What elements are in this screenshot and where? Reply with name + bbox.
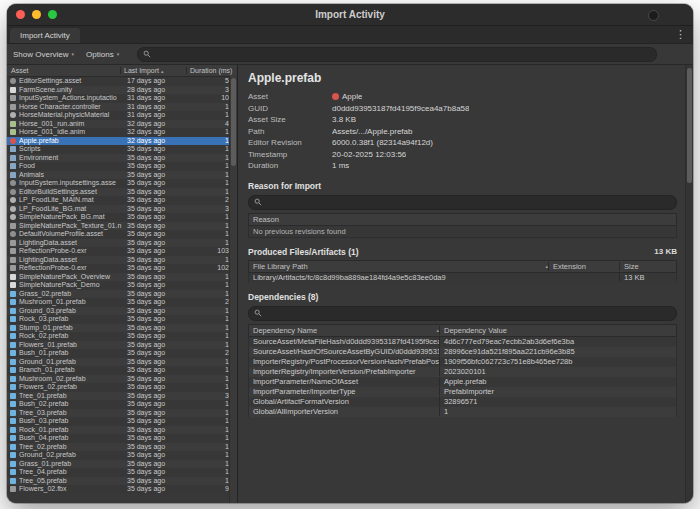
table-row[interactable]: Horse_001_run.anim 32 days ago 4 [7, 120, 237, 129]
search-input[interactable] [155, 49, 651, 60]
asset-name: Flowers_01.prefab [19, 341, 127, 350]
details-scrollbar-thumb[interactable] [687, 68, 692, 183]
table-row[interactable]: InputSystem.inputsettings.asse 35 days a… [7, 179, 237, 188]
asset-last-import: 35 days ago [127, 366, 189, 375]
table-row[interactable]: Rock_03.prefab 35 days ago 1 [7, 315, 237, 324]
table-row[interactable]: Tree_05.prefab 35 days ago 1 [7, 477, 237, 486]
table-row[interactable]: Library/Artifacts/fc/8c8d99ba889ae184fd4… [248, 273, 677, 283]
table-row[interactable]: ImporterRegistry/PostProcessorVersionHas… [248, 357, 677, 367]
table-row[interactable]: ImportParameter/ImporterType PrefabImpor… [248, 387, 677, 397]
column-header-asset[interactable]: Asset [7, 67, 120, 74]
table-row[interactable]: Horse_001_idle.anim 32 days ago 1 [7, 128, 237, 137]
table-row[interactable]: FarmScene.unity 28 days ago 3 [7, 86, 237, 95]
column-header-dependency-value[interactable]: Dependency Value [439, 326, 676, 335]
table-row[interactable]: LightingData.asset 35 days ago 1 [7, 256, 237, 265]
table-row[interactable]: SimpleNaturePack_Texture_01.n 35 days ag… [7, 222, 237, 231]
zoom-window-button[interactable] [48, 10, 57, 19]
table-row[interactable]: Mushroom_01.prefab 35 days ago 2 [7, 298, 237, 307]
table-row[interactable]: Global/ArtifactFormatVersion 32896571 [248, 397, 677, 407]
table-row[interactable]: Tree_01.prefab 35 days ago 3 [7, 392, 237, 401]
asset-icon [10, 418, 16, 424]
table-row[interactable]: ReflectionProbe-0.exr 35 days ago 103 [7, 247, 237, 256]
details-scrollbar[interactable] [685, 65, 693, 503]
tab-import-activity[interactable]: Import Activity [10, 28, 80, 43]
minimize-window-button[interactable] [32, 10, 41, 19]
column-header-file-library-path[interactable]: File Library Path ▴ [249, 262, 548, 271]
detail-value-text: Assets/.../Apple.prefab [332, 127, 413, 136]
column-header-last-import[interactable]: Last Import ▴ [120, 67, 186, 74]
table-row[interactable]: Branch_01.prefab 35 days ago 1 [7, 366, 237, 375]
asset-name: HorseMaterial.physicMaterial [19, 111, 127, 120]
column-header-size[interactable]: Size [619, 262, 676, 271]
dependency-value: PrefabImporter [439, 387, 676, 396]
asset-list-scrollbar[interactable] [229, 76, 237, 503]
table-row[interactable]: Bush_01.prefab 35 days ago 2 [7, 349, 237, 358]
column-header-extension[interactable]: Extension [548, 262, 619, 271]
column-header-reason[interactable]: Reason [249, 215, 676, 224]
table-row[interactable]: ImporterRegistry/ImporterVersion/PrefabI… [248, 367, 677, 377]
asset-icon [10, 359, 16, 365]
show-overview-dropdown[interactable]: Show Overview ▾ [13, 50, 74, 59]
table-row[interactable]: Bush_02.prefab 35 days ago 1 [7, 400, 237, 409]
asset-list-scrollbar-thumb[interactable] [231, 78, 236, 166]
table-row[interactable]: Global/AllImporterVersion 1 [248, 407, 677, 417]
table-row[interactable]: EditorSettings.asset 17 days ago 5 [7, 77, 237, 86]
asset-icon [10, 248, 16, 254]
table-row[interactable]: LightingData.asset 35 days ago 1 [7, 239, 237, 248]
record-icon[interactable] [648, 10, 659, 21]
table-row[interactable]: Horse Character.controller 31 days ago 1 [7, 103, 237, 112]
table-row[interactable]: Animals 35 days ago 1 [7, 171, 237, 180]
table-row[interactable]: LP_FoodLite_BG.mat 35 days ago 3 [7, 205, 237, 214]
table-row[interactable]: SimpleNaturePack_Demo 35 days ago 1 [7, 281, 237, 290]
reason-search-input[interactable] [266, 197, 671, 208]
table-row[interactable]: Bush_03.prefab 35 days ago 1 [7, 417, 237, 426]
table-row[interactable]: Mushroom_02.prefab 35 days ago 1 [7, 375, 237, 384]
options-dropdown[interactable]: Options ▾ [86, 50, 119, 59]
table-row[interactable]: Grass_01.prefab 35 days ago 1 [7, 460, 237, 469]
asset-icon [10, 95, 16, 101]
table-row[interactable]: EditorBuildSettings.asset 35 days ago 1 [7, 188, 237, 197]
table-row[interactable]: DefaultVolumeProfile.asset 35 days ago 1 [7, 230, 237, 239]
dependencies-section-title: Dependencies (8) [248, 292, 677, 302]
close-window-button[interactable] [16, 10, 25, 19]
asset-last-import: 35 days ago [127, 273, 189, 282]
table-row[interactable]: Ground_03.prefab 35 days ago 1 [7, 307, 237, 316]
table-row[interactable]: Flowers_02.fbx 35 days ago 9 [7, 485, 237, 494]
table-row[interactable]: Tree_02.prefab 35 days ago 1 [7, 443, 237, 452]
asset-name: ReflectionProbe-0.exr [19, 247, 127, 256]
table-row[interactable]: Scripts 35 days ago 1 [7, 145, 237, 154]
kebab-menu-icon[interactable]: ⋮ [675, 28, 686, 41]
table-row[interactable]: Grass_02.prefab 35 days ago 1 [7, 290, 237, 299]
column-header-dependency-name[interactable]: Dependency Name ▴ [249, 326, 439, 335]
table-row[interactable]: ImportParameter/NameOfAsset Apple.prefab [248, 377, 677, 387]
table-row[interactable]: Stump_01.prefab 35 days ago 1 [7, 324, 237, 333]
asset-last-import: 35 days ago [127, 375, 189, 384]
table-row[interactable]: SimpleNaturePack_Overview 35 days ago 1 [7, 273, 237, 282]
table-row[interactable]: Food 35 days ago 1 [7, 162, 237, 171]
asset-icon [10, 444, 16, 450]
detail-label: Path [248, 127, 332, 136]
table-row[interactable]: Rock_01.prefab 35 days ago 1 [7, 426, 237, 435]
table-row[interactable]: HorseMaterial.physicMaterial 31 days ago… [7, 111, 237, 120]
table-row[interactable]: ReflectionProbe-0.exr 35 days ago 102 [7, 264, 237, 273]
asset-icon [10, 104, 16, 110]
detail-value: 1 ms [332, 161, 349, 170]
table-row[interactable]: Tree_03.prefab 35 days ago 1 [7, 409, 237, 418]
table-row[interactable]: Ground_01.prefab 35 days ago 1 [7, 358, 237, 367]
table-row[interactable]: Tree_04.prefab 35 days ago 1 [7, 468, 237, 477]
column-header-duration[interactable]: Duration (ms) [186, 67, 237, 74]
table-row[interactable]: InputSystem_Actions.inputactio 31 days a… [7, 94, 237, 103]
asset-name: ReflectionProbe-0.exr [19, 264, 127, 273]
table-row[interactable]: Bush_04.prefab 35 days ago 1 [7, 434, 237, 443]
table-row[interactable]: Environment 35 days ago 1 [7, 154, 237, 163]
table-row[interactable]: SourceAsset/HashOfSourceAssetByGUID/d0dd… [248, 347, 677, 357]
table-row[interactable]: SimpleNaturePack_BG.mat 35 days ago 1 [7, 213, 237, 222]
table-row[interactable]: Rock_02.prefab 35 days ago 1 [7, 332, 237, 341]
table-row[interactable]: Flowers_01.prefab 35 days ago 1 [7, 341, 237, 350]
table-row[interactable]: Flowers_02.prefab 35 days ago 1 [7, 383, 237, 392]
dependencies-search-input[interactable] [266, 308, 671, 319]
table-row[interactable]: Ground_02.prefab 35 days ago 1 [7, 451, 237, 460]
table-row[interactable]: Apple.prefab 32 days ago 1 [7, 137, 237, 146]
table-row[interactable]: LP_FoodLite_MAIN.mat 35 days ago 2 [7, 196, 237, 205]
table-row[interactable]: SourceAsset/MetaFileHash/d0ddd93953187fd… [248, 337, 677, 347]
